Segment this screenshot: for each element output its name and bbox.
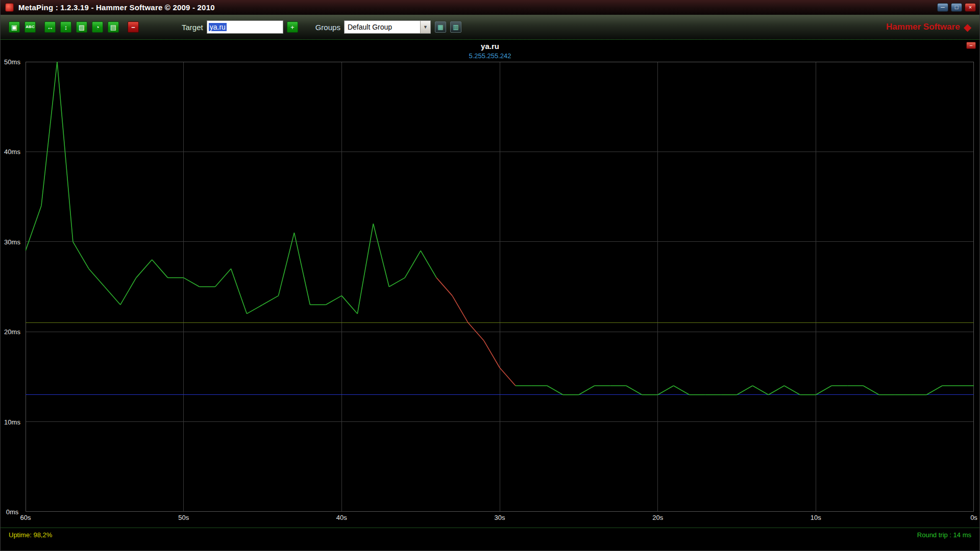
chart-region: 50ms40ms30ms20ms10ms0ms bbox=[1, 62, 979, 512]
round-trip-text: Round trip : 14 ms bbox=[917, 531, 971, 539]
list-view-button[interactable]: ▤ bbox=[108, 21, 119, 33]
target-input[interactable]: ya.ru bbox=[207, 20, 283, 34]
remove-host-button[interactable]: − bbox=[128, 21, 139, 33]
remove-group-icon: ▥ bbox=[453, 24, 458, 30]
groups-dropdown[interactable]: Default Group ▼ bbox=[344, 20, 431, 34]
window-title: MetaPing : 1.2.3.19 - Hammer Software © … bbox=[18, 3, 215, 12]
x-axis-label: 40s bbox=[336, 514, 347, 521]
clock-icon: ◔ bbox=[95, 24, 100, 31]
minus-icon: − bbox=[131, 24, 135, 31]
y-axis-label: 50ms bbox=[1, 58, 24, 66]
maximize-button[interactable]: □ bbox=[951, 3, 962, 12]
abc-scan-icon: ABC bbox=[26, 25, 34, 29]
x-axis-label: 30s bbox=[495, 514, 505, 521]
x-axis-label: 60s bbox=[20, 514, 31, 521]
statusbar: Uptime: 98,2% Round trip : 14 ms bbox=[1, 528, 979, 550]
vendor-logo-text: Hammer Software bbox=[886, 22, 960, 32]
fit-horizontal-button[interactable]: ↔ bbox=[44, 21, 56, 33]
close-icon: × bbox=[969, 5, 972, 10]
uptime-text: Uptime: 98,2% bbox=[9, 531, 52, 539]
display-mode-button[interactable]: ▣ bbox=[9, 21, 20, 33]
x-axis-label: 50s bbox=[178, 514, 189, 521]
minimize-button[interactable]: ─ bbox=[937, 3, 948, 12]
chevron-down-icon[interactable]: ▼ bbox=[420, 21, 430, 33]
x-axis: 60s50s40s30s20s10s0s bbox=[26, 512, 974, 525]
y-axis-label: 20ms bbox=[1, 328, 24, 336]
collapse-minus-icon: − bbox=[969, 43, 972, 48]
x-axis-label: 20s bbox=[652, 514, 663, 521]
app-icon[interactable] bbox=[5, 3, 14, 12]
remove-group-button[interactable]: ▥ bbox=[450, 21, 461, 33]
minimize-icon: ─ bbox=[941, 5, 945, 10]
y-axis-label: 40ms bbox=[1, 148, 24, 156]
collapse-panel-button[interactable]: − bbox=[966, 42, 976, 49]
ping-chart bbox=[26, 62, 974, 512]
add-group-button[interactable]: ▦ bbox=[435, 21, 446, 33]
y-axis-label: 30ms bbox=[1, 238, 24, 245]
x-axis-label: 10s bbox=[811, 514, 821, 521]
maximize-icon: □ bbox=[955, 5, 959, 10]
groups-label: Groups bbox=[315, 23, 340, 32]
host-title: ya.ru bbox=[481, 42, 499, 51]
fit-vertical-button[interactable]: ↕ bbox=[60, 21, 71, 33]
y-axis-label: 10ms bbox=[1, 418, 24, 425]
host-panel-header: ya.ru − bbox=[1, 40, 979, 52]
scan-network-button[interactable]: ABC bbox=[24, 21, 36, 33]
target-group: Target ya.ru + bbox=[182, 20, 298, 34]
add-target-button[interactable]: + bbox=[287, 21, 298, 33]
graph-icon: ▨ bbox=[79, 24, 85, 31]
graph-view-button[interactable]: ▨ bbox=[76, 21, 87, 33]
toolbar: ▣ ABC ↔ ↕ ▨ ◔ ▤ − Target ya.ru + Groups … bbox=[1, 15, 979, 39]
titlebar[interactable]: MetaPing : 1.2.3.19 - Hammer Software © … bbox=[1, 0, 979, 15]
vertical-arrows-icon: ↕ bbox=[64, 24, 68, 31]
hammer-logo-icon: ◆ bbox=[964, 22, 971, 32]
x-axis-label: 0s bbox=[970, 514, 977, 521]
horizontal-arrows-icon: ↔ bbox=[47, 24, 54, 31]
vendor-logo: Hammer Software ◆ bbox=[886, 22, 971, 32]
list-icon: ▤ bbox=[110, 24, 116, 31]
target-label: Target bbox=[182, 23, 203, 32]
plus-icon: + bbox=[290, 24, 295, 31]
groups-group: Groups Default Group ▼ ▦ ▥ bbox=[315, 20, 461, 34]
history-button[interactable]: ◔ bbox=[92, 21, 103, 33]
target-input-value: ya.ru bbox=[209, 23, 227, 31]
display-icon: ▣ bbox=[11, 24, 17, 31]
window-controls: ─ □ × bbox=[937, 3, 976, 12]
host-ip: 5.255.255.242 bbox=[1, 52, 979, 62]
metaping-window: MetaPing : 1.2.3.19 - Hammer Software © … bbox=[0, 0, 980, 551]
add-group-icon: ▦ bbox=[437, 24, 443, 30]
groups-dropdown-value: Default Group bbox=[345, 23, 420, 31]
close-button[interactable]: × bbox=[965, 3, 976, 12]
